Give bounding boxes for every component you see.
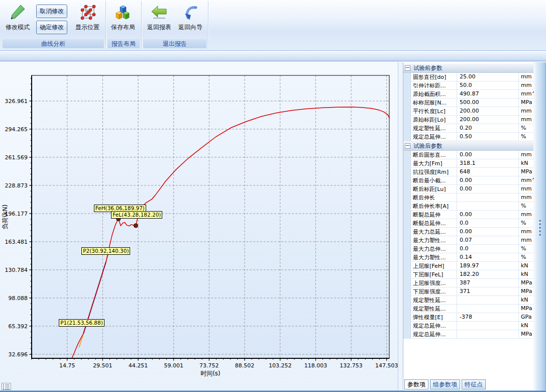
- cell-val: 0.00: [457, 176, 519, 184]
- cell-val: 0.00: [457, 151, 519, 159]
- tab-组参数项[interactable]: 组参数项: [430, 379, 460, 389]
- table-row[interactable]: 规定总延伸...MPa: [403, 330, 533, 339]
- y-tick-label: 163.481: [5, 239, 28, 245]
- confirm-modify-button[interactable]: 确定修改: [36, 21, 67, 34]
- cell-val: 387: [457, 279, 519, 287]
- table-row[interactable]: 断后圆形直...0.00mm: [403, 151, 533, 159]
- cell-name: 规定总延伸...: [411, 330, 457, 338]
- row-gutter: [403, 313, 411, 321]
- x-tick-label: 14.75: [59, 362, 75, 369]
- y-tick-label: 98.088: [9, 295, 28, 302]
- row-gutter: [403, 90, 411, 98]
- table-row[interactable]: 断裂总延伸0.00mm: [403, 211, 533, 219]
- table-row[interactable]: 下屈服[FeL]182.20kN: [403, 270, 533, 279]
- table-row[interactable]: 平行长度[Lc]200.00mm: [403, 107, 533, 116]
- cell-unit: kN: [519, 322, 533, 330]
- table-row[interactable]: 规定塑性延...0.20%: [403, 124, 533, 133]
- return-wizard-label: 返回向导: [178, 23, 202, 32]
- cell-val: 189.97: [457, 262, 519, 270]
- cell-unit: %: [519, 133, 533, 141]
- point-label-FeL[interactable]: FeL(43.28,182.20): [111, 211, 162, 219]
- table-row[interactable]: 抗拉强度[Rm]648MPa: [403, 168, 533, 176]
- section-header[interactable]: 试验前参数: [403, 63, 533, 73]
- table-row[interactable]: 断后最小截...0.00mm^2: [403, 176, 533, 185]
- table-row[interactable]: 断裂总延伸...0.0%: [403, 219, 533, 228]
- table-row[interactable]: 最大力总伸...0.0%: [403, 245, 533, 253]
- return-report-button[interactable]: 返回报表: [145, 3, 174, 32]
- cell-name: 最大力[Fm]: [411, 159, 457, 167]
- table-row[interactable]: 断后伸长mm: [403, 193, 533, 202]
- toolbar-group-curve-analysis: 修改模式 取消修改 确定修改: [1, 1, 106, 49]
- cell-name: 断后伸长: [411, 193, 457, 202]
- panel-splitter[interactable]: [534, 62, 546, 390]
- table-row[interactable]: 断后标距[Lu]0.00mm: [403, 185, 533, 193]
- table-row[interactable]: 断后伸长率[A]%: [403, 202, 533, 211]
- x-axis-title: 时间(s): [200, 370, 221, 377]
- row-gutter: [403, 236, 411, 244]
- x-tick-label: 73.752: [199, 362, 219, 369]
- cell-val: 490.87: [457, 90, 519, 98]
- table-row[interactable]: 圆形直径[do]25.00mm: [403, 73, 533, 81]
- show-position-button[interactable]: 显示位置: [71, 3, 103, 32]
- point-label-P1[interactable]: P1(21.53,56.88): [59, 319, 104, 327]
- x-tick-label: 147.503: [375, 362, 398, 369]
- chart-canvas: 14.7529.50144.25159.00173.75288.502103.2…: [0, 62, 398, 390]
- table-row[interactable]: 规定总延伸...kN: [403, 322, 533, 330]
- table-row[interactable]: 原始标距[Lo]200.00mm: [403, 116, 533, 124]
- y-tick-label: 294.265: [5, 126, 28, 133]
- save-layout-button[interactable]: 保存布局: [107, 3, 139, 32]
- x-tick-label: 103.252: [269, 362, 292, 369]
- cell-unit: mm: [519, 236, 533, 244]
- row-gutter: [403, 219, 411, 227]
- return-wizard-button[interactable]: 返回向导: [175, 3, 206, 32]
- pencil-icon: [8, 3, 27, 23]
- tab-参数项[interactable]: 参数项: [404, 379, 428, 389]
- table-row[interactable]: 弹性模量[E]-378GPa: [403, 313, 533, 322]
- cubes-icon: [114, 3, 133, 23]
- cell-name: 平行长度[Lc]: [411, 107, 457, 115]
- modify-mode-button[interactable]: 修改模式: [2, 3, 33, 32]
- table-row[interactable]: 规定塑性延...MPa: [403, 305, 533, 313]
- table-row[interactable]: 标称屈服[N...500.00MPa: [403, 99, 533, 107]
- group-label-report-layout: 报告布局: [107, 39, 140, 48]
- row-gutter: [403, 99, 411, 107]
- cell-name: 断裂总延伸...: [411, 219, 457, 227]
- table-row[interactable]: 最大力总延...0.00mm: [403, 228, 533, 236]
- table-row[interactable]: 最大力[Fm]318.1kN: [403, 159, 533, 168]
- table-row[interactable]: 下屈服强度...371MPa: [403, 287, 533, 296]
- row-gutter: [403, 151, 411, 159]
- cell-unit: kN: [519, 262, 533, 270]
- collapse-icon[interactable]: [405, 65, 410, 71]
- legend-list-icon[interactable]: [2, 383, 11, 390]
- cell-unit: mm: [519, 211, 533, 219]
- cell-name: 引伸计标距...: [411, 81, 457, 89]
- load-time-chart[interactable]: 14.7529.50144.25159.00173.75288.502103.2…: [0, 62, 398, 390]
- cell-name: 断裂总延伸: [411, 211, 457, 219]
- tab-特征点[interactable]: 特征点: [462, 379, 486, 389]
- row-gutter: [403, 73, 411, 81]
- point-label-P2[interactable]: P2(30.92,140.30): [81, 247, 130, 255]
- table-row[interactable]: 最大力塑性...0.14%: [403, 253, 533, 262]
- cell-val: 182.20: [457, 270, 519, 278]
- cell-name: 原始标距[Lo]: [411, 116, 457, 124]
- row-gutter: [403, 202, 411, 210]
- table-row[interactable]: 规定总延伸...0.50%: [403, 133, 533, 141]
- row-gutter: [403, 211, 411, 219]
- collapse-icon[interactable]: [405, 143, 410, 149]
- table-row[interactable]: 最大力塑性...0.07mm: [403, 236, 533, 245]
- table-row[interactable]: 上屈服强度...387MPa: [403, 279, 533, 287]
- row-gutter: [403, 322, 411, 330]
- section-header[interactable]: 试验后参数: [403, 141, 533, 151]
- y-tick-label: 326.961: [5, 98, 28, 105]
- table-row[interactable]: 规定塑性延...kN: [403, 296, 533, 305]
- cell-unit: mm: [519, 228, 533, 236]
- y-tick-label: 65.392: [9, 323, 28, 330]
- cancel-modify-button[interactable]: 取消修改: [36, 5, 67, 18]
- x-tick-label: 118.003: [304, 362, 327, 369]
- table-row[interactable]: 上屈服[FeH]189.97kN: [403, 262, 533, 270]
- cell-name: 最大力总延...: [411, 228, 457, 236]
- cell-name: 上屈服[FeH]: [411, 262, 457, 270]
- cell-val: 0.07: [457, 236, 519, 244]
- table-row[interactable]: 引伸计标距...50.0mm: [403, 81, 533, 90]
- table-row[interactable]: 原始截面积...490.87mm^2: [403, 90, 533, 99]
